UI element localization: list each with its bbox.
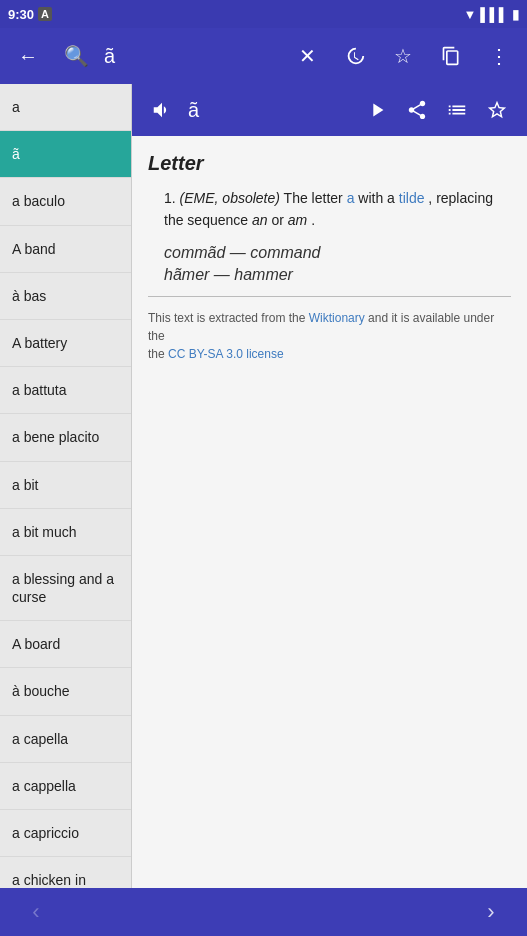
share-button[interactable] [399, 92, 435, 128]
sidebar-item-acapella[interactable]: a capella [0, 716, 131, 763]
battery-icon: ▮ [512, 7, 519, 22]
sidebar-item-atilde[interactable]: ã [0, 131, 131, 178]
sidebar-item-abaculo[interactable]: a baculo [0, 178, 131, 225]
sidebar-item-acappella[interactable]: a cappella [0, 763, 131, 810]
attribution-cc-link[interactable]: CC BY-SA 3.0 license [168, 347, 284, 361]
main-panel: ã Letter 1. (EME, obsol [132, 84, 527, 888]
prev-button[interactable]: ‹ [16, 892, 56, 932]
definition-header-actions [359, 92, 515, 128]
favorite-button[interactable] [479, 92, 515, 128]
back-button[interactable]: ← [8, 36, 48, 76]
sidebar-item-abouche[interactable]: à bouche [0, 668, 131, 715]
wifi-icon: ▼ [463, 7, 476, 22]
toolbar-title: ã [104, 45, 116, 68]
sidebar-item-abas[interactable]: à bas [0, 273, 131, 320]
definition-entry: 1. (EME, obsolete) The letter a with a t… [148, 187, 511, 232]
entry-dot: . [311, 212, 315, 228]
next-button[interactable]: › [471, 892, 511, 932]
toolbar-left: ← 🔍 ã [8, 36, 116, 76]
sidebar-item-abattery[interactable]: A battery [0, 320, 131, 367]
toolbar-right: ✕ ☆ ⋮ [287, 36, 519, 76]
sidebar-item-abeneplacito[interactable]: a bene placito [0, 414, 131, 461]
search-button[interactable]: 🔍 [56, 36, 96, 76]
status-icons: ▼ ▌▌▌ ▮ [463, 7, 519, 22]
play-button[interactable] [359, 92, 395, 128]
status-time: 9:30 A [8, 7, 52, 22]
sidebar-item-a[interactable]: a [0, 84, 131, 131]
entry-or: or [271, 212, 287, 228]
entry-link-a[interactable]: a [347, 190, 355, 206]
close-button[interactable]: ✕ [287, 36, 327, 76]
bottom-nav: ‹ › [0, 888, 527, 936]
definition-body: Letter 1. (EME, obsolete) The letter a w… [132, 136, 527, 888]
attribution-cc-text: the [148, 347, 168, 361]
example-2: hãmer — hammer [164, 266, 511, 284]
entry-eme: (EME, obsolete) [180, 190, 280, 206]
sidebar-item-acapriccio[interactable]: a capriccio [0, 810, 131, 857]
toolbar: ← 🔍 ã ✕ ☆ ⋮ [0, 28, 527, 84]
definition-word: Letter [148, 152, 511, 175]
list-button[interactable] [439, 92, 475, 128]
sidebar-item-abattuta[interactable]: a battuta [0, 367, 131, 414]
examples: commãd — command hãmer — hammer [148, 244, 511, 284]
entry-link-tilde[interactable]: tilde [399, 190, 425, 206]
content-area: a ã a baculo A band à bas A battery a ba… [0, 84, 527, 888]
attribution-wiktionary-link[interactable]: Wiktionary [309, 311, 365, 325]
sidebar-item-aboard[interactable]: A board [0, 621, 131, 668]
status-icon-a: A [38, 7, 52, 21]
definition-divider [148, 296, 511, 297]
speaker-button[interactable] [144, 92, 180, 128]
sidebar-item-abitmuch[interactable]: a bit much [0, 509, 131, 556]
status-bar: 9:30 A ▼ ▌▌▌ ▮ [0, 0, 527, 28]
signal-icon: ▌▌▌ [480, 7, 508, 22]
entry-italic-am: am [288, 212, 307, 228]
sidebar-item-aband[interactable]: A band [0, 226, 131, 273]
sidebar: a ã a baculo A band à bas A battery a ba… [0, 84, 132, 888]
star-button[interactable]: ☆ [383, 36, 423, 76]
sidebar-item-achicken[interactable]: a chicken in every pot [0, 857, 131, 888]
example-1: commãd — command [164, 244, 511, 262]
definition-header: ã [132, 84, 527, 136]
clock: 9:30 [8, 7, 34, 22]
entry-number: 1. [164, 190, 176, 206]
sidebar-item-abit[interactable]: a bit [0, 462, 131, 509]
entry-with: with a [358, 190, 398, 206]
sidebar-item-ablessing[interactable]: a blessing and a curse [0, 556, 131, 621]
definition-header-title: ã [188, 99, 351, 122]
attribution-text: This text is extracted from the [148, 311, 309, 325]
history-button[interactable] [335, 36, 375, 76]
attribution: This text is extracted from the Wiktiona… [148, 309, 511, 363]
more-button[interactable]: ⋮ [479, 36, 519, 76]
entry-italic-an: an [252, 212, 268, 228]
copy-button[interactable] [431, 36, 471, 76]
entry-desc: The letter [284, 190, 347, 206]
